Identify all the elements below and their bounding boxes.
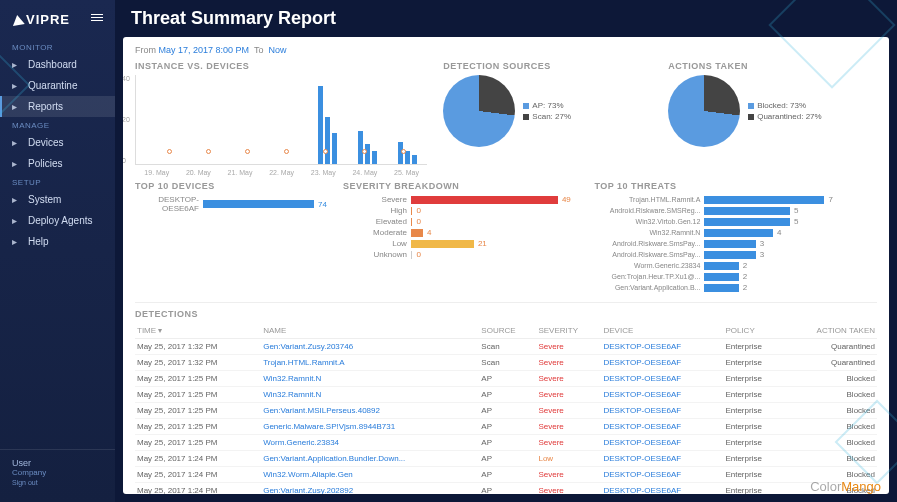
device-link[interactable]: DESKTOP-OESE6AF bbox=[601, 451, 723, 467]
actions-taken-legend: Blocked: 73% Quarantined: 27% bbox=[748, 99, 822, 123]
nav-system[interactable]: ▸System bbox=[0, 189, 115, 210]
brand-logo: VIPRE bbox=[0, 8, 115, 39]
detection-name-link[interactable]: Win32.Ramnit.N bbox=[261, 387, 479, 403]
menu-toggle-icon[interactable] bbox=[91, 12, 103, 23]
detection-name-link[interactable]: Generic.Malware.SP!Vjsm.8944B731 bbox=[261, 419, 479, 435]
table-row[interactable]: May 25, 2017 1:25 PMWorm.Generic.23834AP… bbox=[135, 435, 877, 451]
to-date-link[interactable]: Now bbox=[268, 45, 286, 55]
detections-table: TIME ▾NAMESOURCESEVERITYDEVICEPOLICYACTI… bbox=[135, 323, 877, 494]
actions-taken-pie bbox=[668, 75, 740, 147]
chart-dot bbox=[245, 149, 250, 154]
from-date-link[interactable]: May 17, 2017 8:00 PM bbox=[159, 45, 250, 55]
severity-row-severe: Severe49 bbox=[343, 195, 579, 204]
chart-dot bbox=[401, 149, 406, 154]
severity-row-moderate: Moderate4 bbox=[343, 228, 579, 237]
threat-bar bbox=[704, 229, 773, 237]
nav-item-label: Help bbox=[28, 236, 49, 247]
threat-value: 2 bbox=[743, 272, 747, 281]
severity-value: 21 bbox=[478, 239, 487, 248]
detection-name-link[interactable]: Gen:Variant.Zusy.203746 bbox=[261, 339, 479, 355]
threat-value: 3 bbox=[760, 250, 764, 259]
device-link[interactable]: DESKTOP-OESE6AF bbox=[601, 371, 723, 387]
nav-deploy-agents[interactable]: ▸Deploy Agents bbox=[0, 210, 115, 231]
help-icon: ▸ bbox=[12, 236, 22, 247]
chart-dot bbox=[284, 149, 289, 154]
nav-section-label: MANAGE bbox=[0, 117, 115, 132]
device-link[interactable]: DESKTOP-OESE6AF bbox=[601, 435, 723, 451]
top-threats-title: TOP 10 THREATS bbox=[594, 181, 877, 191]
nav-item-label: Quarantine bbox=[28, 80, 77, 91]
device-link[interactable]: DESKTOP-OESE6AF bbox=[601, 387, 723, 403]
date-range: From May 17, 2017 8:00 PM To Now bbox=[135, 45, 877, 55]
severity-value: 0 bbox=[416, 206, 420, 215]
threat-row: Win32.Virtob.Gen.125 bbox=[594, 217, 877, 226]
monitor-icon: ▸ bbox=[12, 137, 22, 148]
table-row[interactable]: May 25, 2017 1:32 PMGen:Variant.Zusy.203… bbox=[135, 339, 877, 355]
device-bar bbox=[203, 200, 314, 208]
chart-dot bbox=[206, 149, 211, 154]
dashboard-icon: ▸ bbox=[12, 59, 22, 70]
severity-label: Severe bbox=[343, 195, 411, 204]
table-header[interactable]: NAME bbox=[261, 323, 479, 339]
device-link[interactable]: DESKTOP-OESE6AF bbox=[601, 339, 723, 355]
table-row[interactable]: May 25, 2017 1:24 PMGen:Variant.Zusy.202… bbox=[135, 483, 877, 495]
chart-dot bbox=[362, 149, 367, 154]
detection-name-link[interactable]: Gen:Variant.Application.Bundler.Down... bbox=[261, 451, 479, 467]
top-devices-title: TOP 10 DEVICES bbox=[135, 181, 327, 191]
device-link[interactable]: DESKTOP-OESE6AF bbox=[601, 483, 723, 495]
table-row[interactable]: May 25, 2017 1:25 PMWin32.Ramnit.NAPSeve… bbox=[135, 371, 877, 387]
device-link[interactable]: DESKTOP-OESE6AF bbox=[601, 419, 723, 435]
table-header[interactable]: SEVERITY bbox=[536, 323, 601, 339]
table-row[interactable]: May 25, 2017 1:32 PMTrojan.HTML.Ramnit.A… bbox=[135, 355, 877, 371]
severity-row-unknown: Unknown0 bbox=[343, 250, 579, 259]
signout-link[interactable]: Sign out bbox=[12, 479, 103, 486]
table-header[interactable]: DEVICE bbox=[601, 323, 723, 339]
device-link[interactable]: DESKTOP-OESE6AF bbox=[601, 467, 723, 483]
nav-section-label: SETUP bbox=[0, 174, 115, 189]
chart-dot bbox=[323, 149, 328, 154]
chart-bar bbox=[412, 155, 417, 164]
table-row[interactable]: May 25, 2017 1:25 PMWin32.Ramnit.NAPSeve… bbox=[135, 387, 877, 403]
nav-item-label: Policies bbox=[28, 158, 62, 169]
detection-name-link[interactable]: Win32.Ramnit.N bbox=[261, 371, 479, 387]
table-row[interactable]: May 25, 2017 1:25 PMGen:Variant.MSILPers… bbox=[135, 403, 877, 419]
device-value: 74 bbox=[318, 200, 327, 209]
table-row[interactable]: May 25, 2017 1:25 PMGeneric.Malware.SP!V… bbox=[135, 419, 877, 435]
detection-name-link[interactable]: Gen:Variant.MSILPerseus.40892 bbox=[261, 403, 479, 419]
detection-name-link[interactable]: Win32.Worm.Allaple.Gen bbox=[261, 467, 479, 483]
nav-devices[interactable]: ▸Devices bbox=[0, 132, 115, 153]
shield-icon: ▸ bbox=[12, 158, 22, 169]
threat-value: 2 bbox=[743, 283, 747, 292]
device-link[interactable]: DESKTOP-OESE6AF bbox=[601, 403, 723, 419]
table-row[interactable]: May 25, 2017 1:24 PMGen:Variant.Applicat… bbox=[135, 451, 877, 467]
threat-row: Android.Riskware.SmsPay...3 bbox=[594, 239, 877, 248]
threat-value: 4 bbox=[777, 228, 781, 237]
nav-item-label: System bbox=[28, 194, 61, 205]
table-header[interactable]: ACTION TAKEN bbox=[784, 323, 877, 339]
detection-sources-legend: AP: 73% Scan: 27% bbox=[523, 99, 571, 123]
severity-row-high: High0 bbox=[343, 206, 579, 215]
threat-bar bbox=[704, 273, 738, 281]
threat-label: Worm.Generic.23834 bbox=[594, 262, 704, 269]
severity-value: 49 bbox=[562, 195, 571, 204]
table-header[interactable]: POLICY bbox=[723, 323, 783, 339]
nav-reports[interactable]: ▸Reports bbox=[0, 96, 115, 117]
table-header[interactable]: TIME ▾ bbox=[135, 323, 261, 339]
deploy-icon: ▸ bbox=[12, 215, 22, 226]
detection-name-link[interactable]: Worm.Generic.23834 bbox=[261, 435, 479, 451]
severity-bar bbox=[411, 218, 413, 226]
quarantine-icon: ▸ bbox=[12, 80, 22, 91]
sidebar-user[interactable]: User Company Sign out bbox=[0, 449, 115, 494]
threat-row: Android.Riskware.SmsPay...3 bbox=[594, 250, 877, 259]
device-link[interactable]: DESKTOP-OESE6AF bbox=[601, 355, 723, 371]
nav-help[interactable]: ▸Help bbox=[0, 231, 115, 252]
nav-item-label: Deploy Agents bbox=[28, 215, 93, 226]
detections-title: DETECTIONS bbox=[135, 309, 877, 319]
detection-name-link[interactable]: Gen:Variant.Zusy.202892 bbox=[261, 483, 479, 495]
nav-policies[interactable]: ▸Policies bbox=[0, 153, 115, 174]
threat-row: Android.Riskware.SMSReg...5 bbox=[594, 206, 877, 215]
threat-value: 3 bbox=[760, 239, 764, 248]
detection-name-link[interactable]: Trojan.HTML.Ramnit.A bbox=[261, 355, 479, 371]
table-row[interactable]: May 25, 2017 1:24 PMWin32.Worm.Allaple.G… bbox=[135, 467, 877, 483]
table-header[interactable]: SOURCE bbox=[479, 323, 536, 339]
